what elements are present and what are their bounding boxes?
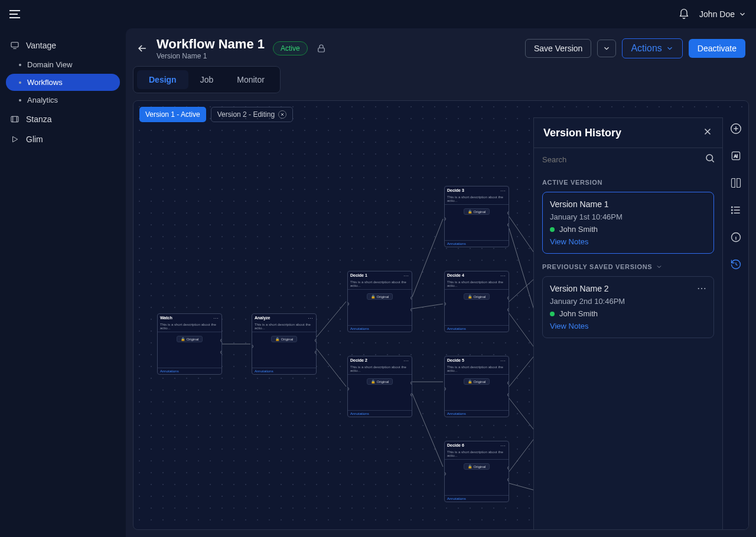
monitor-icon	[9, 40, 20, 51]
svg-line-23	[509, 398, 535, 431]
back-button[interactable]	[136, 42, 148, 54]
play-icon	[9, 134, 20, 145]
svg-rect-1	[11, 116, 18, 122]
node-menu-icon[interactable]: ⋯	[500, 273, 506, 279]
node-decide-3[interactable]: Decide 3⋯ This is a short description ab…	[444, 186, 509, 247]
tab-job[interactable]: Job	[188, 70, 226, 89]
node-analyze[interactable]: Analyze⋯ This is a short description abo…	[252, 313, 317, 375]
tabs: Design Job Monitor	[133, 66, 281, 93]
node-decide-4[interactable]: Decide 4⋯ This is a short description ab…	[444, 271, 509, 332]
actions-button[interactable]: Actions	[622, 38, 682, 58]
ai-icon[interactable]: AI	[728, 148, 744, 163]
node-watch[interactable]: Watch⋯ This is a short description about…	[157, 313, 222, 375]
nav-analytics[interactable]: Analytics	[6, 91, 120, 109]
node-decide-5[interactable]: Decide 5⋯ This is a short description ab…	[444, 356, 509, 417]
tab-design[interactable]: Design	[137, 70, 188, 89]
view-notes-link[interactable]: View Notes	[550, 322, 706, 330]
workflow-title: Workflow Name 1	[157, 37, 265, 52]
save-version-button[interactable]: Save Version	[525, 39, 592, 58]
node-decide-2[interactable]: Decide 2⋯ This is a short description ab…	[347, 356, 412, 417]
svg-rect-0	[11, 42, 18, 47]
notifications-icon[interactable]	[678, 8, 690, 20]
svg-point-7	[731, 209, 732, 211]
svg-line-19	[509, 228, 535, 313]
user-name: John Doe	[699, 9, 735, 19]
card-menu-icon[interactable]: ⋯	[697, 283, 708, 294]
hamburger-menu[interactable]	[9, 7, 24, 21]
version-history-panel: Version History ACTIVE VERSION Version N…	[533, 117, 722, 529]
svg-line-22	[509, 355, 535, 387]
close-panel-icon[interactable]	[702, 126, 713, 139]
node-decide-6[interactable]: Decide 6⋯ This is a short description ab…	[444, 441, 509, 502]
node-menu-icon[interactable]: ⋯	[500, 188, 506, 194]
node-menu-icon[interactable]: ⋯	[403, 358, 409, 364]
chevron-down-icon	[656, 263, 663, 270]
save-version-dropdown[interactable]	[597, 40, 616, 57]
svg-line-24	[509, 437, 535, 471]
node-menu-icon[interactable]: ⋯	[500, 358, 506, 364]
svg-point-8	[731, 212, 732, 214]
svg-line-25	[509, 483, 535, 490]
history-search-input[interactable]	[541, 155, 700, 165]
status-dot	[550, 312, 555, 316]
info-icon[interactable]	[728, 230, 744, 245]
node-menu-icon[interactable]: ⋯	[308, 316, 314, 322]
svg-text:AI: AI	[734, 154, 737, 158]
workflow-canvas[interactable]: Version 1 - Active Version 2 - Editing A…	[133, 100, 749, 530]
svg-line-21	[509, 313, 535, 349]
svg-rect-2	[318, 48, 324, 52]
nav-domain-view[interactable]: Domain View	[6, 56, 120, 73]
sidebar: Vantage Domain View Workflows Analytics …	[0, 28, 126, 537]
search-icon[interactable]	[705, 153, 715, 166]
version-chip-1[interactable]: Version 1 - Active	[139, 107, 206, 122]
node-menu-icon[interactable]: ⋯	[213, 316, 219, 322]
history-icon[interactable]	[728, 257, 744, 272]
version-chip-2[interactable]: Version 2 - Editing	[211, 107, 293, 122]
canvas-toolbar: AI	[722, 117, 748, 529]
node-menu-icon[interactable]: ⋯	[500, 443, 506, 449]
video-icon	[9, 114, 20, 125]
svg-point-10	[706, 155, 713, 161]
svg-line-17	[412, 394, 443, 467]
lock-icon	[316, 43, 327, 54]
chevron-down-icon	[738, 10, 747, 18]
add-node-icon[interactable]	[728, 121, 744, 136]
status-badge: Active	[273, 41, 308, 55]
deactivate-button[interactable]: Deactivate	[689, 39, 745, 58]
previous-versions-label[interactable]: PREVIOUSLY SAVED VERSIONS	[542, 263, 714, 270]
node-decide-1[interactable]: Decide 1⋯ This is a short description ab…	[347, 271, 412, 332]
svg-line-13	[317, 349, 346, 387]
svg-line-14	[412, 219, 443, 297]
nav-vantage[interactable]: Vantage	[4, 35, 122, 55]
close-icon[interactable]	[278, 110, 286, 119]
history-title: Version History	[543, 127, 621, 139]
chevron-down-icon	[666, 44, 674, 53]
svg-point-6	[731, 207, 732, 208]
version-card-active[interactable]: Version Name 1 January 1st 10:46PM John …	[542, 192, 714, 254]
nav-stanza[interactable]: Stanza	[4, 109, 122, 129]
user-menu[interactable]: John Doe	[699, 9, 747, 19]
active-version-label: ACTIVE VERSION	[542, 179, 714, 186]
docs-icon[interactable]	[728, 175, 744, 191]
list-icon[interactable]	[728, 202, 744, 218]
svg-line-20	[509, 278, 535, 302]
tab-monitor[interactable]: Monitor	[225, 70, 276, 89]
version-card[interactable]: ⋯ Version Name 2 January 2nd 10:46PM Joh…	[542, 276, 714, 338]
nav-workflows[interactable]: Workflows	[6, 74, 120, 91]
workflow-version-label: Version Name 1	[157, 52, 265, 60]
node-menu-icon[interactable]: ⋯	[403, 273, 409, 279]
nav-glim[interactable]: Glim	[4, 129, 122, 149]
status-dot	[550, 227, 555, 232]
view-notes-link[interactable]: View Notes	[550, 237, 706, 246]
svg-line-15	[412, 304, 443, 309]
svg-line-18	[509, 217, 535, 254]
svg-line-12	[317, 302, 346, 337]
